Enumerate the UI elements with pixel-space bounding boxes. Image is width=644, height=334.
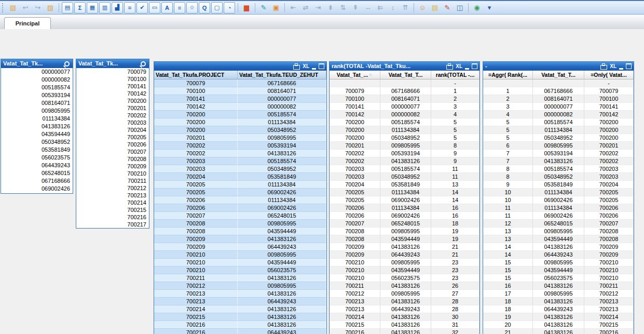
table-cell[interactable]: 043594449 — [533, 235, 584, 243]
gauge-icon[interactable]: = — [124, 2, 135, 14]
table-cell[interactable]: 009805995 — [380, 290, 431, 298]
table-box-icon[interactable]: ▥ — [99, 2, 111, 14]
list-value[interactable]: 009805995 — [1, 107, 73, 115]
list-value[interactable]: 700201 — [76, 104, 149, 112]
table-cell[interactable]: 064439243 — [238, 243, 326, 251]
table-cell[interactable]: 700202 — [154, 150, 238, 157]
multi-box-icon[interactable]: ▦ — [87, 2, 98, 14]
table-cell[interactable]: 700079 — [330, 87, 380, 95]
table-cell[interactable]: 13 — [483, 235, 533, 243]
table-cell[interactable]: 005185574 — [380, 165, 431, 173]
table-cell[interactable]: 000000082 — [238, 103, 326, 111]
table-cell[interactable]: 700142 — [330, 111, 380, 118]
list-value[interactable]: 000000082 — [1, 76, 73, 84]
table-cell[interactable]: 14 — [483, 243, 533, 251]
column-header[interactable]: =Aggr( Rank(... — [483, 71, 533, 79]
list-value[interactable]: 053581849 — [1, 146, 73, 154]
table-cell[interactable]: 700210 — [154, 251, 238, 259]
current-selections-icon[interactable]: ✔ — [136, 2, 148, 14]
table-cell[interactable]: 19 — [431, 235, 479, 243]
table-cell[interactable]: 700205 — [154, 189, 238, 196]
table-cell[interactable]: 18 — [483, 305, 533, 313]
table-cell[interactable]: 043594449 — [238, 259, 326, 266]
table-cell[interactable] — [380, 79, 431, 87]
table-cell[interactable]: 041383126 — [380, 157, 431, 165]
list-value[interactable]: 005185574 — [1, 84, 73, 91]
table-cell[interactable]: 009805995 — [380, 228, 431, 235]
table-cell[interactable]: 7 — [483, 157, 533, 165]
table-cell[interactable]: 041383126 — [380, 313, 431, 321]
table-cell[interactable]: 700208 — [584, 228, 634, 235]
table-cell[interactable]: 005185574 — [238, 111, 326, 118]
table-cell[interactable]: 053581849 — [380, 181, 431, 189]
list-value[interactable]: 700100 — [76, 75, 149, 83]
table-cell[interactable]: 10 — [483, 196, 533, 204]
print-icon[interactable] — [446, 65, 453, 70]
table-cell[interactable]: 700210 — [330, 259, 380, 266]
table-cell[interactable]: 009805995 — [380, 142, 431, 150]
table-cell[interactable]: 18 — [483, 298, 533, 305]
table-cell[interactable]: 700208 — [330, 235, 380, 243]
table-cell[interactable]: 043594449 — [380, 235, 431, 243]
table-cell[interactable]: 011134384 — [380, 126, 431, 134]
table-cell[interactable]: 009805995 — [238, 282, 326, 290]
list-value[interactable]: 700079 — [76, 68, 149, 75]
table-cell[interactable]: 700203 — [330, 165, 380, 173]
export-excel-icon[interactable]: XL — [456, 62, 462, 71]
bookmark-object-icon[interactable]: ☆ — [186, 2, 198, 14]
table-cell[interactable]: 700200 — [584, 118, 634, 126]
table-cell[interactable]: 15 — [483, 274, 533, 282]
list-value[interactable]: 700211 — [76, 177, 149, 184]
table-cell[interactable]: 000000082 — [380, 111, 431, 118]
table-cell[interactable]: 700209 — [330, 243, 380, 251]
table-cell[interactable]: 6 — [483, 142, 533, 150]
table-cell[interactable]: 700203 — [584, 165, 634, 173]
list-value[interactable]: 700141 — [76, 83, 149, 90]
table-cell[interactable]: 041383126 — [238, 235, 326, 243]
table-cell[interactable]: 005185574 — [533, 165, 584, 173]
minimize-icon[interactable] — [465, 68, 469, 70]
table-cell[interactable]: 053581849 — [533, 181, 584, 189]
table-cell[interactable]: 1 — [431, 87, 479, 95]
table-cell[interactable]: 041383126 — [533, 157, 584, 165]
table-cell[interactable]: 041383126 — [533, 282, 584, 290]
tab-principal[interactable]: Principal — [4, 17, 51, 29]
table-cell[interactable]: 700200 — [330, 126, 380, 134]
table-cell[interactable]: 005185574 — [533, 118, 584, 126]
table-cell[interactable]: 8 — [483, 173, 533, 181]
table-cell[interactable]: 13 — [483, 228, 533, 235]
column-header[interactable]: Vatat_Tat_Tkufa.TEUD_ZEHUT — [238, 71, 326, 79]
table-cell[interactable]: 700214 — [584, 313, 634, 321]
table-cell[interactable]: 069002426 — [533, 196, 584, 204]
table-cell[interactable]: 011134384 — [238, 196, 326, 204]
table-cell[interactable]: 050348952 — [380, 173, 431, 181]
table-cell[interactable]: 067168666 — [533, 87, 584, 95]
table-cell[interactable]: 700208 — [584, 235, 634, 243]
table-cell[interactable]: 14 — [483, 251, 533, 259]
table-cell[interactable]: 700208 — [154, 228, 238, 235]
table-cell[interactable]: 700213 — [154, 298, 238, 305]
table-cell[interactable]: 16 — [483, 282, 533, 290]
table-cell[interactable]: 050348952 — [238, 126, 326, 134]
table-cell[interactable]: 700211 — [584, 282, 634, 290]
table-cell[interactable]: 16 — [431, 212, 479, 220]
table-cell[interactable]: 13 — [431, 181, 479, 189]
table-cell[interactable]: 700203 — [330, 173, 380, 181]
table-cell[interactable]: 700206 — [154, 204, 238, 212]
table-cell[interactable]: 700206 — [330, 204, 380, 212]
table-cell[interactable]: 700079 — [154, 79, 238, 87]
table-cell[interactable]: 011134384 — [533, 189, 584, 196]
table-cell[interactable]: 700205 — [584, 189, 634, 196]
center-horizontally-icon[interactable]: ⇄ — [300, 2, 311, 14]
table-cell[interactable]: 700202 — [330, 157, 380, 165]
table-cell[interactable]: 065248015 — [380, 220, 431, 228]
table-cell[interactable]: 11 — [431, 165, 479, 173]
table-cell[interactable]: 050348952 — [533, 173, 584, 181]
list-value[interactable]: 700209 — [76, 163, 149, 170]
table-cell[interactable]: 011134384 — [238, 118, 326, 126]
list-value[interactable]: 700200 — [76, 97, 149, 104]
table-cell[interactable]: 700207 — [154, 212, 238, 220]
table-cell[interactable]: 700200 — [330, 134, 380, 142]
table-cell[interactable]: 3 — [483, 103, 533, 111]
toolbar-drag-handle[interactable] — [2, 3, 5, 12]
